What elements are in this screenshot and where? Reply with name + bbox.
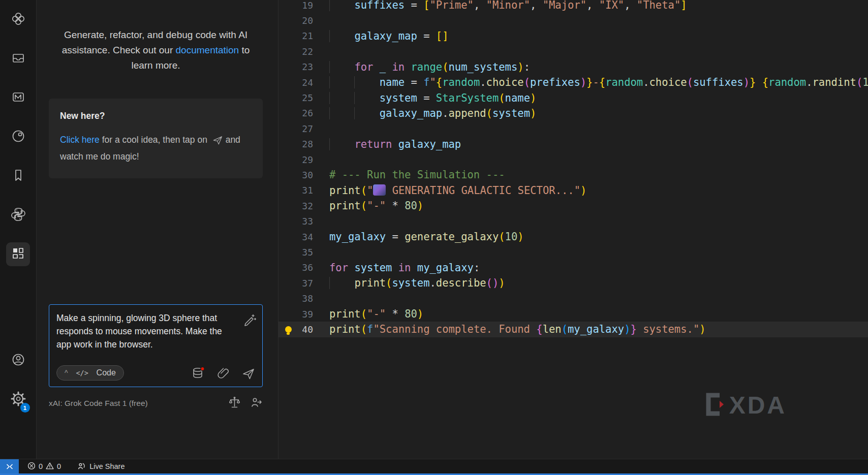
code-line[interactable]: 38 [278, 291, 868, 306]
xda-logo-text: XDA [729, 391, 787, 419]
m-logo-icon [11, 89, 26, 107]
sidebar-item-ai-assistant[interactable] [0, 235, 37, 274]
indent-guide [329, 277, 330, 289]
code-line[interactable]: 24 name = f"{random.choice(prefixes)}-{r… [278, 75, 868, 90]
account-button[interactable] [0, 341, 37, 380]
problems-indicator[interactable]: 0 0 [23, 459, 66, 473]
code-line[interactable]: 28 return galaxy_map [278, 137, 868, 152]
account-icon [11, 352, 26, 369]
input-toolbar: ^ </> Code [56, 365, 255, 381]
vscode-window: 1 Generate, refactor, and debug code wit… [0, 0, 868, 475]
code-line[interactable]: 32print("-" * 80) [278, 198, 868, 213]
xda-watermark: XDA [704, 391, 787, 419]
code-line[interactable]: 27 [278, 121, 868, 136]
indent-guide [329, 0, 330, 11]
code-text: suffixes = ["Prime", "Minor", "Major", "… [329, 0, 868, 11]
line-number: 24 [298, 77, 313, 88]
sidebar-item-python[interactable] [0, 196, 37, 235]
line-number: 33 [298, 216, 313, 227]
code-text: print("-" * 80) [329, 308, 868, 320]
code-line[interactable]: 29 [278, 152, 868, 167]
send-button[interactable] [241, 367, 255, 379]
code-line[interactable]: 19 suffixes = ["Prime", "Minor", "Major"… [278, 0, 868, 13]
sidebar-item-app-logo[interactable] [0, 0, 37, 39]
prompt-input-box[interactable]: Make a spinning, glowing 3D sphere that … [49, 304, 263, 387]
code-line[interactable]: 20 [278, 13, 868, 28]
ai-assistant-selected-box [6, 242, 30, 266]
line-number: 28 [298, 139, 313, 149]
code-text: system = StarSystem(name) [329, 92, 868, 104]
click-here-link[interactable]: Click here [60, 135, 100, 145]
prompt-input[interactable]: Make a spinning, glowing 3D sphere that … [56, 311, 237, 352]
sidebar-item-bookmarks[interactable] [0, 156, 37, 196]
chevron-up-icon: ^ [65, 369, 68, 377]
code-line[interactable]: 34my_galaxy = generate_galaxy(10) [278, 229, 868, 244]
attach-file-button[interactable] [216, 366, 230, 379]
code-line[interactable]: 21 galaxy_map = [] [278, 28, 868, 44]
code-line[interactable]: 31print("🌌 GENERATING GALACTIC SECTOR...… [278, 183, 868, 198]
error-count: 0 [39, 462, 43, 470]
status-bar: 0 0 Live Share [0, 459, 868, 473]
live-share-button[interactable]: Live Share [73, 459, 129, 473]
toolbar-icons [191, 366, 255, 379]
code-line[interactable]: 35 [278, 244, 868, 260]
model-selector[interactable]: xAI: Grok Code Fast 1 (free) [49, 399, 148, 408]
code-text: my_galaxy = generate_galaxy(10) [329, 231, 868, 243]
indent-guide [354, 76, 355, 88]
code-line[interactable]: 36for system in my_galaxy: [278, 260, 868, 275]
error-icon [27, 462, 36, 471]
xda-logo-icon [704, 393, 725, 418]
line-number: 27 [298, 123, 313, 134]
indent-guide [329, 30, 330, 42]
code-line[interactable]: 26 galaxy_map.append(system) [278, 106, 868, 121]
line-number: 25 [298, 92, 313, 103]
code-brackets-icon: </> [73, 369, 92, 377]
lightbulb-icon[interactable] [285, 326, 292, 333]
line-number: 19 [298, 0, 313, 11]
sidebar-item-inbox[interactable] [0, 39, 37, 78]
model-row: xAI: Grok Code Fast 1 (free) [49, 396, 263, 411]
mode-selector-button[interactable]: ^ </> Code [56, 365, 124, 381]
enhance-prompt-icon[interactable] [243, 313, 256, 328]
sidebar-item-orbit-extension[interactable] [0, 117, 37, 156]
ai-chat-sidebar: Generate, refactor, and debug code with … [37, 0, 278, 459]
settings-button[interactable]: 1 [0, 380, 37, 419]
documentation-link[interactable]: documentation [176, 45, 239, 55]
model-row-icons [228, 396, 263, 411]
code-text: print(system.describe()) [329, 277, 868, 289]
indent-guide [329, 107, 330, 119]
code-line[interactable]: 25 system = StarSystem(name) [278, 90, 868, 105]
line-number: 38 [298, 293, 313, 304]
code-line[interactable]: 37 print(system.describe()) [278, 275, 868, 291]
code-line[interactable]: 40print(f"Scanning complete. Found {len(… [278, 322, 868, 337]
code-text: galaxy_map.append(system) [329, 107, 868, 119]
line-number: 20 [298, 15, 313, 26]
line-number: 35 [298, 247, 313, 258]
profile-switch-icon[interactable] [250, 396, 263, 411]
main-area: 1 Generate, refactor, and debug code wit… [0, 0, 868, 459]
code-line[interactable]: 33 [278, 213, 868, 229]
line-number: 34 [298, 232, 313, 242]
code-line[interactable]: 39print("-" * 80) [278, 306, 868, 322]
ai-assistant-icon [11, 246, 25, 262]
line-number: 30 [298, 170, 313, 180]
code-text: print(f"Scanning complete. Found {len(my… [329, 323, 868, 335]
auto-approve-scale-icon[interactable] [228, 396, 241, 411]
line-number: 40 [298, 324, 313, 335]
code-line[interactable]: 30# --- Run the Simulation --- [278, 167, 868, 182]
remote-indicator[interactable] [0, 459, 19, 473]
line-number: 37 [298, 278, 313, 289]
mode-label: Code [97, 368, 116, 377]
code-editor[interactable]: 19 suffixes = ["Prime", "Minor", "Major"… [278, 0, 868, 459]
sidebar-item-m-extension[interactable] [0, 78, 37, 117]
orbit-icon [11, 129, 26, 146]
indent-guide [354, 92, 355, 104]
context-database-button[interactable] [191, 366, 205, 379]
code-line[interactable]: 23 for _ in range(num_systems): [278, 59, 868, 75]
line-number: 39 [298, 309, 313, 320]
code-line[interactable]: 22 [278, 44, 868, 59]
activity-bar: 1 [0, 0, 37, 459]
app-logo-icon [11, 11, 26, 28]
gutter-glyph-margin[interactable] [278, 326, 298, 333]
live-share-icon [77, 462, 85, 471]
